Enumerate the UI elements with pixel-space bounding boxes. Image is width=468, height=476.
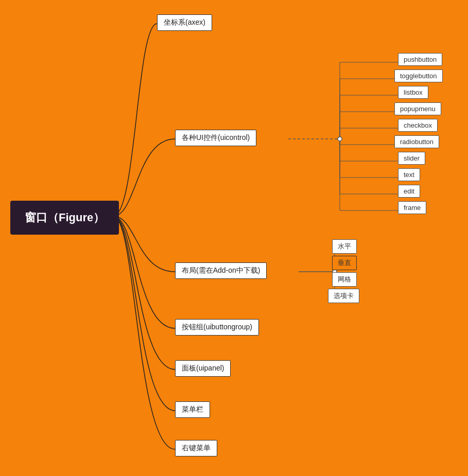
leaf-vertical: 垂直 (332, 256, 357, 270)
svg-point-27 (338, 137, 342, 141)
layout-node: 布局(需在Add-on中下载) (175, 262, 267, 279)
leaf-popupmenu: popupmenu (394, 102, 441, 115)
contextmenu-node: 右键菜单 (175, 440, 217, 456)
uipanel-node: 面板(uipanel) (175, 360, 231, 377)
leaf-listbox: listbox (398, 86, 428, 99)
mind-map: 窗口（Figure） 坐标系(axex) 各种UI控件(uicontrol) p… (0, 0, 468, 476)
leaf-grid: 网格 (332, 272, 357, 287)
leaf-checkbox: checkbox (398, 119, 438, 132)
leaf-horizontal: 水平 (332, 239, 357, 254)
menubar-node: 菜单栏 (175, 401, 210, 418)
leaf-edit: edit (398, 185, 420, 198)
leaf-slider: slider (398, 152, 425, 165)
leaf-togglebutton: togglebutton (394, 69, 443, 82)
buttongroup-node: 按钮组(uibuttongroup) (175, 319, 259, 336)
leaf-tab: 选项卡 (328, 289, 359, 303)
axis-node: 坐标系(axex) (157, 14, 212, 31)
leaf-frame: frame (398, 201, 426, 214)
root-node: 窗口（Figure） (10, 201, 119, 235)
leaf-pushbutton: pushbutton (398, 53, 442, 66)
uicontrol-node: 各种UI控件(uicontrol) (175, 130, 256, 146)
leaf-radiobutton: radiobutton (394, 135, 439, 148)
leaf-text: text (398, 168, 420, 181)
